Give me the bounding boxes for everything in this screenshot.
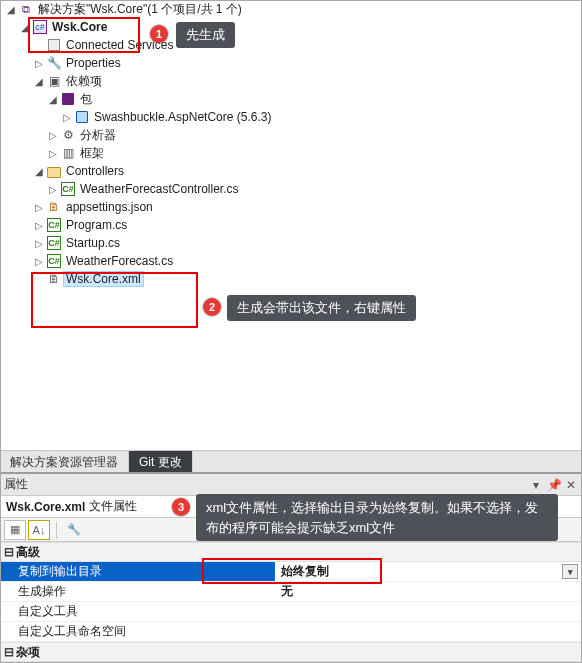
prop-value[interactable] [275, 602, 582, 621]
expander-icon[interactable] [46, 184, 60, 195]
json-file-icon: 🗎 [46, 199, 62, 215]
properties-node[interactable]: 🔧 Properties [0, 54, 581, 72]
properties-title: 属性 [4, 476, 28, 493]
pin-icon[interactable]: 📌 [547, 478, 561, 492]
close-icon[interactable]: ✕ [564, 478, 578, 492]
prop-value[interactable]: 始终复制 ▾ [275, 562, 582, 581]
node-label: Properties [64, 56, 123, 70]
expander-icon[interactable] [32, 238, 46, 249]
expander-icon[interactable] [32, 220, 46, 231]
category-label: 高级 [16, 544, 40, 561]
annotation-marker-1: 1 [150, 25, 168, 43]
weather-controller-node[interactable]: C# WeatherForecastController.cs [0, 180, 581, 198]
startup-node[interactable]: C# Startup.cs [0, 234, 581, 252]
project-label: Wsk.Core [50, 20, 109, 34]
prop-value-text: 无 [281, 583, 293, 600]
collapse-icon[interactable]: ⊟ [4, 545, 16, 559]
node-label: WeatherForecastController.cs [78, 182, 241, 196]
expander-icon[interactable] [32, 166, 46, 177]
node-label: appsettings.json [64, 200, 155, 214]
connected-services-node[interactable]: Connected Services [0, 36, 581, 54]
prop-value-text: 始终复制 [281, 563, 329, 580]
expander-icon[interactable] [32, 202, 46, 213]
properties-subtitle: Wsk.Core.xml 文件属性 3 xml文件属性，选择输出目录为始终复制。… [0, 496, 582, 518]
node-label: 分析器 [78, 127, 118, 144]
prop-value[interactable] [275, 622, 582, 641]
dropdown-icon[interactable]: ▾ [529, 478, 543, 492]
properties-grid: ⊟ 高级 复制到输出目录 始终复制 ▾ 生成操作 无 自定义工具 自定义工具命名… [0, 542, 582, 662]
connected-services-icon [46, 37, 62, 53]
appsettings-node[interactable]: 🗎 appsettings.json [0, 198, 581, 216]
package-folder-icon [60, 91, 76, 107]
controllers-folder-node[interactable]: Controllers [0, 162, 581, 180]
solution-node[interactable]: ⧉ 解决方案"Wsk.Core"(1 个项目/共 1 个) [0, 0, 581, 18]
category-misc[interactable]: ⊟ 杂项 [0, 642, 582, 662]
annotation-marker-3: 3 [172, 498, 190, 516]
folder-icon [46, 163, 62, 179]
cs-file-icon: C# [46, 253, 62, 269]
expander-icon[interactable] [4, 4, 18, 15]
project-node[interactable]: c# Wsk.Core [0, 18, 581, 36]
node-label: 框架 [78, 145, 106, 162]
dropdown-icon[interactable]: ▾ [562, 564, 578, 579]
prop-value[interactable]: 无 [275, 582, 582, 601]
node-label: Wsk.Core.xml [64, 272, 143, 286]
node-label: Startup.cs [64, 236, 122, 250]
tab-git-changes[interactable]: Git 更改 [129, 451, 193, 472]
csproj-icon: c# [32, 19, 48, 35]
node-label: Swashbuckle.AspNetCore (5.6.3) [92, 110, 273, 124]
expander-icon[interactable] [46, 148, 60, 159]
prop-name: 复制到输出目录 [0, 562, 275, 581]
wrench-icon: 🔧 [46, 55, 62, 71]
expander-icon[interactable] [32, 256, 46, 267]
properties-subject-name: Wsk.Core.xml [6, 500, 85, 514]
node-label: Controllers [64, 164, 126, 178]
category-label: 杂项 [16, 644, 40, 661]
annotation-tip-1: 先生成 [176, 22, 235, 48]
properties-subject-kind: 文件属性 [89, 498, 137, 515]
solution-explorer-panel: ⧉ 解决方案"Wsk.Core"(1 个项目/共 1 个) c# Wsk.Cor… [0, 0, 582, 450]
categorize-button[interactable]: ▦ [4, 520, 26, 540]
frameworks-icon: ▥ [60, 145, 76, 161]
packages-node[interactable]: 包 [0, 90, 581, 108]
cs-file-icon: C# [46, 217, 62, 233]
expander-icon[interactable] [32, 58, 46, 69]
dependencies-icon: ▣ [46, 73, 62, 89]
panel-window-buttons: ▾ 📌 ✕ [529, 478, 578, 492]
expander-icon[interactable] [32, 76, 46, 87]
weatherforecast-node[interactable]: C# WeatherForecast.cs [0, 252, 581, 270]
solution-icon: ⧉ [18, 1, 34, 17]
tab-solution-explorer[interactable]: 解决方案资源管理器 [0, 451, 129, 472]
dependencies-node[interactable]: ▣ 依赖项 [0, 72, 581, 90]
prop-name: 自定义工具命名空间 [0, 622, 275, 641]
cs-file-icon: C# [60, 181, 76, 197]
properties-panel: 属性 ▾ 📌 ✕ Wsk.Core.xml 文件属性 3 xml文件属性，选择输… [0, 472, 582, 663]
expander-icon[interactable] [18, 22, 32, 33]
alphabetical-button[interactable]: A↓ [28, 520, 50, 540]
properties-titlebar: 属性 ▾ 📌 ✕ [0, 474, 582, 496]
wskcore-xml-node[interactable]: 🗎 Wsk.Core.xml [0, 270, 581, 288]
solution-explorer-tabs: 解决方案资源管理器 Git 更改 [0, 450, 582, 472]
expander-icon[interactable] [60, 112, 74, 123]
swashbuckle-node[interactable]: Swashbuckle.AspNetCore (5.6.3) [0, 108, 581, 126]
annotation-tip-2: 生成会带出该文件，右键属性 [227, 295, 416, 321]
frameworks-node[interactable]: ▥ 框架 [0, 144, 581, 162]
row-copy-to-output[interactable]: 复制到输出目录 始终复制 ▾ [0, 562, 582, 582]
row-custom-tool-namespace[interactable]: 自定义工具命名空间 [0, 622, 582, 642]
property-pages-button[interactable]: 🔧 [63, 520, 85, 540]
row-build-action[interactable]: 生成操作 无 [0, 582, 582, 602]
node-label: Program.cs [64, 218, 129, 232]
category-advanced[interactable]: ⊟ 高级 [0, 542, 582, 562]
node-label: 依赖项 [64, 73, 104, 90]
collapse-icon[interactable]: ⊟ [4, 645, 16, 659]
annotation-tip-3: xml文件属性，选择输出目录为始终复制。如果不选择，发布的程序可能会提示缺乏xm… [196, 494, 558, 541]
expander-icon[interactable] [46, 130, 60, 141]
expander-icon[interactable] [46, 94, 60, 105]
solution-label: 解决方案"Wsk.Core"(1 个项目/共 1 个) [36, 1, 244, 18]
program-node[interactable]: C# Program.cs [0, 216, 581, 234]
xml-file-icon: 🗎 [46, 271, 62, 287]
row-custom-tool[interactable]: 自定义工具 [0, 602, 582, 622]
analyzers-node[interactable]: ⚙ 分析器 [0, 126, 581, 144]
node-label: 包 [78, 91, 94, 108]
annotation-marker-2: 2 [203, 298, 221, 316]
